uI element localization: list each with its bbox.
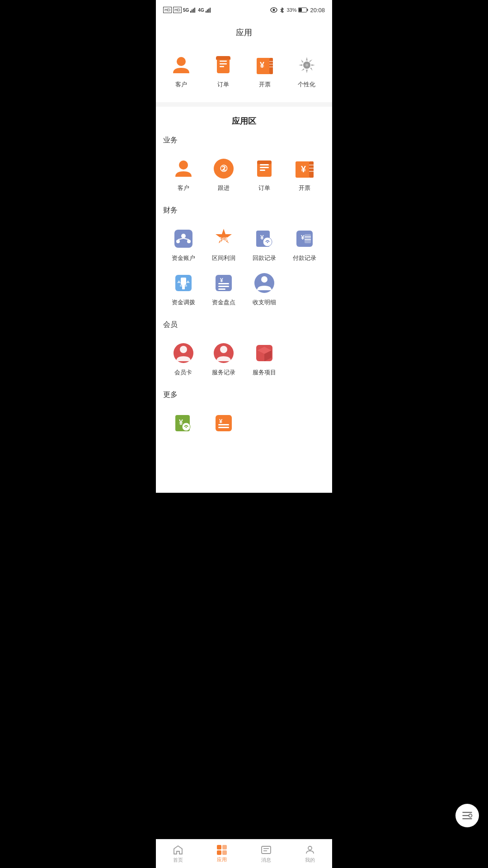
more-item-2[interactable]: ¥: [204, 407, 244, 443]
svg-rect-37: [309, 161, 314, 178]
order-icon: [211, 53, 235, 77]
income-expense-icon: [253, 271, 276, 295]
fund-transfer-icon: [172, 271, 195, 295]
svg-point-43: [176, 240, 180, 243]
svg-rect-7: [210, 8, 211, 13]
hd2-badge: HD: [173, 7, 182, 14]
fin-repayment-label: 回款记录: [253, 254, 276, 262]
svg-rect-20: [269, 58, 273, 74]
fin-income-expense-label: 收支明细: [253, 298, 276, 307]
fund-check-icon: ¥: [212, 271, 235, 295]
category-finance-label: 财务: [163, 206, 325, 215]
mem-service-record-label: 服务记录: [212, 368, 235, 377]
biz-follow[interactable]: ② 跟进: [204, 152, 244, 197]
svg-rect-55: [305, 234, 311, 243]
biz-follow-icon: ②: [212, 157, 235, 180]
category-more: 更多 ¥: [156, 390, 332, 443]
svg-rect-59: [181, 278, 186, 285]
svg-point-68: [261, 276, 267, 283]
signal-bars-icon: [190, 7, 197, 13]
fin-fund-check-label: 资金盘点: [212, 298, 235, 307]
fin-payment[interactable]: ¥ 付款记录: [285, 222, 325, 267]
repayment-icon: ¥: [253, 227, 276, 250]
svg-rect-3: [194, 8, 195, 13]
svg-text:¥: ¥: [301, 164, 306, 174]
biz-order[interactable]: 订单: [244, 152, 285, 197]
fund-account-icon: [172, 227, 195, 250]
member-card-icon: [172, 341, 195, 365]
signal-5g: 5G: [183, 8, 189, 13]
svg-point-72: [220, 346, 227, 353]
more2-icon: ¥: [212, 411, 235, 435]
svg-rect-15: [220, 61, 227, 62]
customer-icon: [169, 53, 193, 77]
category-business-label: 业务: [163, 136, 325, 145]
bluetooth-icon: [279, 7, 285, 13]
svg-rect-0: [190, 11, 191, 13]
svg-rect-16: [220, 63, 227, 65]
svg-rect-82: [216, 415, 232, 431]
svg-point-13: [177, 57, 186, 66]
svg-rect-4: [206, 11, 206, 13]
battery-percent: 33%: [286, 7, 296, 13]
eye-icon: [270, 7, 277, 13]
fin-income-expense[interactable]: 收支明细: [244, 267, 285, 311]
fin-fund-account[interactable]: 资金账户: [163, 222, 204, 267]
category-member: 会员 会员卡: [156, 320, 332, 381]
top-item-order-label: 订单: [217, 80, 229, 89]
svg-rect-64: [218, 283, 229, 284]
top-section-title: 应用: [156, 27, 332, 38]
biz-invoice-icon: ¥: [293, 157, 316, 180]
svg-rect-84: [218, 424, 229, 425]
biz-customer-label: 客户: [178, 184, 189, 192]
top-item-personalize-label: 个性化: [298, 80, 315, 89]
top-item-customer[interactable]: 客户: [160, 49, 202, 93]
more1-icon: ¥: [172, 411, 195, 435]
mem-service-item-label: 服务项目: [253, 368, 276, 377]
business-grid: 客户 ② 跟进: [163, 152, 325, 197]
svg-rect-5: [207, 9, 208, 13]
svg-text:利润: 利润: [218, 237, 229, 242]
category-finance: 财务 资金账户: [156, 206, 332, 311]
signal-bars2-icon: [206, 7, 212, 13]
hd-badge: HD: [163, 7, 172, 14]
mem-service-item[interactable]: 服务项目: [244, 337, 285, 381]
svg-point-70: [180, 346, 187, 353]
biz-invoice[interactable]: ¥ 开票: [285, 152, 325, 197]
mem-empty: [285, 337, 325, 381]
svg-rect-32: [260, 167, 269, 168]
battery-icon: [298, 7, 308, 13]
category-member-label: 会员: [163, 320, 325, 330]
fin-profit[interactable]: 利润 区间利润: [204, 222, 244, 267]
svg-rect-31: [260, 164, 269, 165]
member-grid: 会员卡 服务记录: [163, 337, 325, 381]
svg-point-26: [305, 64, 308, 66]
top-item-invoice[interactable]: ¥ 开票: [244, 49, 286, 93]
fin-repayment[interactable]: ¥ 回款记录: [244, 222, 285, 267]
fin-empty: [285, 267, 325, 311]
profit-icon: 利润: [212, 227, 235, 250]
invoice-icon: ¥: [253, 53, 277, 77]
fin-fund-transfer[interactable]: 资金调拨: [163, 267, 204, 311]
settings-icon: [295, 53, 319, 77]
status-right-area: 33% 20:08: [270, 7, 325, 14]
mem-service-record[interactable]: 服务记录: [204, 337, 244, 381]
top-item-customer-label: 客户: [175, 80, 187, 89]
more-grid: ¥ ¥: [163, 407, 325, 443]
fin-payment-label: 付款记录: [293, 254, 316, 262]
top-item-personalize[interactable]: 个性化: [286, 49, 328, 93]
time: 20:08: [310, 7, 325, 14]
more-item-1[interactable]: ¥: [163, 407, 204, 443]
payment-icon: ¥: [293, 227, 316, 250]
svg-rect-33: [260, 170, 265, 171]
svg-text:¥: ¥: [220, 277, 223, 283]
svg-rect-6: [208, 9, 209, 13]
status-signals: HD HD 5G 4G: [163, 7, 212, 14]
top-apps-section: 应用 客户: [156, 20, 332, 102]
mem-card[interactable]: 会员卡: [163, 337, 204, 381]
top-item-order[interactable]: 订单: [202, 49, 244, 93]
biz-customer[interactable]: 客户: [163, 152, 204, 197]
fin-fund-check[interactable]: ¥ 资金盘点: [204, 267, 244, 311]
biz-follow-label: 跟进: [218, 184, 230, 192]
svg-point-27: [179, 160, 188, 170]
